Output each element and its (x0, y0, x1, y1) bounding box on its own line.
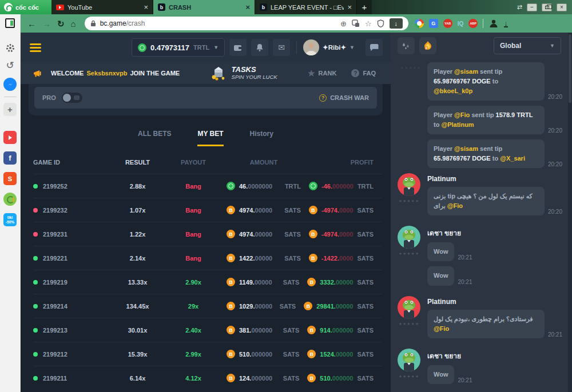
tasks-link[interactable]: TASKS SPIN YOUR LUCK (210, 66, 277, 81)
tab-my-bet[interactable]: MY BET (197, 130, 223, 146)
settings-gear-icon[interactable] (5, 43, 15, 53)
chat-username[interactable]: Platinum (427, 298, 562, 306)
browser-extension-icon[interactable] (415, 19, 424, 28)
scrollbar-thumb[interactable] (569, 34, 571, 103)
shield-icon[interactable] (377, 19, 384, 27)
payout-cell: Bang (165, 183, 222, 190)
coin-drop-button[interactable]: D (419, 37, 436, 54)
download-bar-button[interactable]: ↓ (390, 18, 403, 29)
coccoc-logo[interactable]: cốc cốc (0, 0, 51, 14)
table-row[interactable]: 21992311.22xBangB4974.00000SATSB-4974.00… (33, 222, 382, 246)
avatar[interactable] (398, 349, 420, 371)
add-shortcut-button[interactable]: + (3, 103, 17, 116)
tab-close-icon[interactable]: × (144, 3, 148, 11)
tab-close-icon[interactable]: × (245, 3, 250, 11)
home-icon[interactable]: ⌂ (71, 19, 76, 28)
coccoc-shortcut-icon[interactable] (3, 193, 17, 206)
chat-username[interactable]: เดชา ขยาย (427, 350, 472, 361)
address-bar[interactable]: bc.game/crash ⊕ ☆ ↓ (85, 17, 408, 30)
browser-tab[interactable]: bCRASH× (153, 0, 255, 14)
table-row[interactable]: 21992321.07xBangB4974.00000SATSB-4974.00… (33, 198, 382, 222)
table-row[interactable]: 2199214134.45x29xB1029.00000SATSB29841.0… (33, 294, 382, 318)
avatar[interactable] (398, 226, 420, 249)
shopee-shortcut-icon[interactable]: S (3, 172, 17, 185)
chat-token: @sisam (454, 68, 478, 75)
iq-extension-icon[interactable]: IQ (458, 21, 464, 27)
back-icon[interactable]: ← (27, 19, 36, 28)
browser-tab[interactable]: YouTube× (51, 0, 153, 14)
minimize-button[interactable]: − (527, 3, 537, 11)
chat-username[interactable]: เดชา ขยาย (427, 227, 472, 238)
translate-extension-icon[interactable]: G (429, 19, 438, 28)
user-menu[interactable]: ✦Ribi✦ ▼ (303, 39, 355, 55)
chat-token: ؟ (473, 193, 476, 199)
wallet-button[interactable] (229, 39, 247, 56)
sats-coin-icon: B (307, 374, 316, 382)
chat-bubble-row: Wow20:21 (427, 365, 472, 384)
tab-close-icon[interactable]: × (347, 3, 352, 11)
close-button[interactable]: × (557, 3, 567, 11)
game-id-cell: 2199212 (33, 351, 110, 358)
profile-icon[interactable] (488, 18, 499, 29)
restore-button[interactable] (542, 3, 552, 11)
history-icon[interactable]: ↺ (6, 61, 14, 70)
sidebar-toggle-icon[interactable] (5, 18, 15, 28)
balance-value: 0.47973117 (150, 43, 189, 52)
menu-hamburger-icon[interactable] (29, 41, 42, 54)
bookmark-star-icon[interactable]: ☆ (365, 19, 372, 28)
promo-banner: WELCOME Seksbsnxvpb JOIN THE GAME TASKS … (21, 62, 391, 84)
chat-feed: ★★★★★Player @sisam sent tip 65.98769767 … (391, 59, 568, 392)
window-controls: ⇄ − × (517, 0, 572, 14)
currency-label: SATS (357, 351, 374, 358)
chat-token: to (434, 121, 439, 128)
url-text: bc.game/crash (100, 19, 145, 27)
messages-button[interactable]: ✉ (273, 39, 290, 56)
youtube-shortcut-icon[interactable] (3, 131, 17, 144)
chat-bubble: بزنی tip هیچی ؟ من لول یک نیستم که برای … (427, 187, 545, 215)
faq-link[interactable]: ?FAQ (351, 69, 376, 77)
reload-icon[interactable]: ↻ (57, 19, 65, 28)
profit-cell: B-1422.0000SATS (309, 254, 382, 262)
toggle-knob (63, 94, 71, 102)
amount-cell: B1029.00000SATS (222, 302, 304, 310)
messenger-icon[interactable] (3, 78, 17, 91)
forward-icon[interactable]: → (42, 19, 51, 28)
tab-switch-icon[interactable]: ⇄ (517, 3, 522, 11)
table-row[interactable]: 219921913.33x2.90xB1149.00000SATSB3332.0… (33, 270, 382, 294)
tiki-shortcut-icon[interactable]: tiki-50% (3, 213, 17, 226)
welcome-username: Seksbsnxvpb (86, 70, 127, 77)
lock-icon (90, 20, 96, 27)
game-id-cell: 2199232 (33, 207, 110, 214)
table-row[interactable]: 21992116.14x4.12xB124.000000SATSB510.000… (33, 366, 382, 390)
table-row[interactable]: 21992522.88xBang46.0000000TRTL-46.000000… (33, 174, 382, 198)
rank-link[interactable]: ★RANK (308, 69, 336, 78)
tab-history[interactable]: History (250, 130, 273, 145)
downloads-icon[interactable]: ↓ (504, 20, 508, 27)
balance-dropdown[interactable]: 0.47973117 TRTL ▼ (132, 38, 225, 57)
pro-toggle[interactable] (62, 93, 82, 103)
chat-channel-select[interactable]: Global ▼ (494, 37, 561, 54)
translate-icon[interactable] (352, 19, 360, 27)
abp-extension-icon[interactable]: ABP (468, 19, 478, 28)
new-tab-button[interactable]: + (357, 0, 372, 14)
avatar[interactable] (398, 173, 420, 196)
facebook-shortcut-icon[interactable]: f (3, 151, 17, 165)
tab-all-bets[interactable]: ALL BETS (138, 130, 171, 145)
rain-icon (402, 41, 411, 50)
currency-label: TRTL (285, 183, 301, 190)
table-row[interactable]: 219921330.01x2.40xB381.000000SATSB914.00… (33, 318, 382, 342)
chat-username[interactable]: Platinum (427, 175, 562, 183)
table-row[interactable]: 219921215.39x2.99xB510.000000SATSB1524.0… (33, 342, 382, 366)
yab-extension-icon[interactable]: YAB (443, 19, 452, 28)
game-panel: PRO ? CRASH WAR (29, 84, 383, 115)
crash-war-link[interactable]: ? CRASH WAR (319, 94, 369, 102)
table-row[interactable]: 21992212.14xBangB1422.00000SATSB-1422.00… (33, 246, 382, 270)
browser-tab[interactable]: bLEAP YEAR EVENT - □Event - C× (255, 0, 357, 14)
add-icon[interactable]: ⊕ (340, 19, 347, 28)
scrollbar[interactable] (568, 33, 572, 392)
notifications-button[interactable] (251, 39, 268, 56)
chat-toggle-button[interactable] (366, 39, 383, 56)
avatar[interactable] (398, 296, 420, 319)
rain-button[interactable] (398, 37, 415, 54)
chat-token: که (526, 193, 533, 199)
